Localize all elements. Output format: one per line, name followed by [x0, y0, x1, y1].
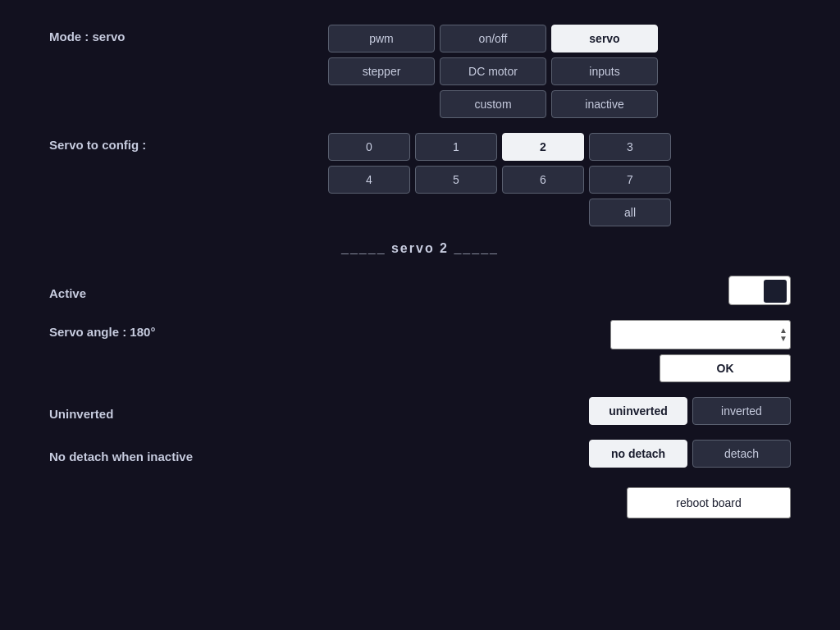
servo-all-button[interactable]: all: [589, 199, 671, 226]
toggle-track[interactable]: [728, 276, 791, 305]
invert-label: Uninverted: [49, 402, 328, 421]
servo-num-5-button[interactable]: 5: [415, 166, 497, 194]
mode-inputs-button[interactable]: inputs: [551, 57, 658, 85]
servo-num-7-button[interactable]: 7: [589, 166, 671, 194]
invert-toggle-group: uninverted inverted: [589, 397, 791, 425]
servo-config-label: Servo to config :: [49, 133, 328, 152]
servo-num-0-button[interactable]: 0: [328, 133, 410, 161]
mode-custom-button[interactable]: custom: [440, 90, 546, 118]
reboot-board-button[interactable]: reboot board: [627, 487, 791, 518]
servo-num-4-button[interactable]: 4: [328, 166, 410, 194]
mode-button-group: pwm on/off servo stepper DC motor inputs…: [328, 25, 658, 118]
inverted-button[interactable]: inverted: [692, 397, 791, 425]
active-label: Active: [49, 281, 328, 300]
uninverted-button[interactable]: uninverted: [589, 397, 687, 425]
servo-config-button-group: 0 1 2 3 4 5 6 7 all: [328, 133, 671, 226]
detach-toggle-group: no detach detach: [589, 440, 791, 468]
detach-label: No detach when inactive: [49, 445, 328, 463]
spinner-arrows[interactable]: ▲ ▼: [779, 326, 788, 343]
toggle-thumb: [764, 280, 787, 303]
mode-label: Mode : servo: [49, 25, 328, 43]
mode-servo-button[interactable]: servo: [551, 25, 658, 52]
servo-num-3-button[interactable]: 3: [589, 133, 671, 161]
spinner-down-icon[interactable]: ▼: [779, 335, 788, 343]
servo-num-6-button[interactable]: 6: [502, 166, 584, 194]
servo-num-2-button[interactable]: 2: [502, 133, 584, 161]
mode-pwm-button[interactable]: pwm: [328, 25, 435, 52]
mode-inactive-button[interactable]: inactive: [551, 90, 658, 118]
servo-section-divider: servo 2: [49, 241, 791, 256]
servo-num-1-button[interactable]: 1: [415, 133, 497, 161]
no-detach-button[interactable]: no detach: [589, 440, 687, 468]
active-toggle[interactable]: [728, 276, 791, 305]
angle-input[interactable]: [610, 320, 791, 349]
mode-onoff-button[interactable]: on/off: [440, 25, 546, 52]
mode-stepper-button[interactable]: stepper: [328, 57, 435, 85]
mode-dcmotor-button[interactable]: DC motor: [440, 57, 546, 85]
ok-button[interactable]: OK: [660, 354, 791, 382]
servo-angle-label: Servo angle : 180°: [49, 320, 328, 339]
angle-input-wrapper: ▲ ▼: [610, 320, 791, 349]
detach-button[interactable]: detach: [692, 440, 791, 468]
